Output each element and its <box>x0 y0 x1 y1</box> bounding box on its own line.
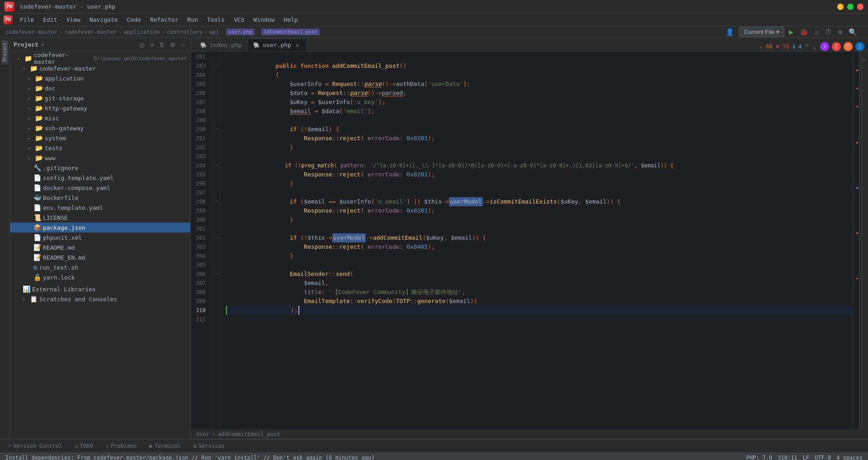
project-tab[interactable]: Project <box>1 40 8 64</box>
coverage-icon[interactable]: ☑ <box>813 27 821 37</box>
status-lf[interactable]: LF <box>803 455 809 460</box>
status-encoding[interactable]: UTF-8 <box>815 455 831 460</box>
menu-vcs[interactable]: VCS <box>230 15 248 24</box>
right-panel-icon[interactable]: ◁ <box>862 58 867 61</box>
tab-close-user[interactable]: × <box>294 42 301 49</box>
status-indent[interactable]: 4 spaces <box>836 455 863 460</box>
fold-293 <box>213 151 220 160</box>
line-287: $uKey = $userInfo['u_key']; <box>226 98 853 107</box>
breadcrumb-root[interactable]: codefever-master <box>5 29 58 35</box>
profile-icon[interactable]: 👤 <box>724 27 736 37</box>
tree-item-system[interactable]: ▸ 📂 system <box>10 133 190 143</box>
editor-tabs: 🐘 index.php 🐘 user.php × ⚠ 60 ✖ 76 ℹ 4 ⌃… <box>191 38 868 52</box>
tree-item-ssh-gateway[interactable]: ▸ 📂 ssh-gateway <box>10 123 190 133</box>
menu-help[interactable]: Help <box>280 15 302 24</box>
status-left: Install dependencies: From codefever-mas… <box>5 455 374 460</box>
tree-item-application[interactable]: ▸ 📂 application <box>10 73 190 83</box>
collapse-icon[interactable]: ⌄ <box>813 43 816 50</box>
menu-edit[interactable]: Edit <box>39 15 61 24</box>
folder-icon-git: 📂 <box>35 95 43 102</box>
sidebar-settings-btn[interactable]: ⚙ <box>168 40 178 49</box>
breadcrumb-api[interactable]: api <box>209 29 219 35</box>
settings-icon[interactable]: ⚙ <box>836 27 844 37</box>
expand-icon[interactable]: ⌃ <box>805 43 809 50</box>
folder-icon-www: 📂 <box>35 154 43 161</box>
tree-item-config-yaml[interactable]: 📄 config.template.yaml <box>10 173 190 183</box>
tree-arrow-http: ▸ <box>28 106 33 111</box>
menu-navigate[interactable]: Navigate <box>86 15 122 24</box>
breadcrumb-application[interactable]: application <box>124 29 160 35</box>
tree-item-http-gateway[interactable]: ▸ 📂 http-gateway <box>10 103 190 113</box>
breadcrumb-controllers[interactable]: controllers <box>166 29 202 35</box>
tree-item-docker-compose[interactable]: 📄 docker-compose.yaml <box>10 183 190 193</box>
menu-tools[interactable]: Tools <box>203 15 228 24</box>
chrome-icon[interactable]: C <box>832 42 841 51</box>
safari-icon[interactable]: S <box>855 42 864 51</box>
menu-code[interactable]: Code <box>123 15 145 24</box>
search-icon[interactable]: 🔍 <box>847 27 859 37</box>
tree-item-codefever-master[interactable]: ▾ 📁 codefever-master <box>10 63 190 73</box>
sidebar-header: Project ▾ ◎ ≡ ⇅ ⚙ − <box>10 38 190 52</box>
tree-item-root[interactable]: ▾ 📁 codefever-master D:\youyou_pm10\code… <box>10 53 190 63</box>
tree-item-package-json[interactable]: 📦 package.json <box>10 223 190 232</box>
fold-283[interactable]: − <box>213 61 220 70</box>
tree-item-yarn-lock[interactable]: 🔒 yarn.lock <box>10 272 190 282</box>
menu-run[interactable]: Run <box>184 15 202 24</box>
file-icon-license: 📜 <box>33 214 41 221</box>
breadcrumb-master[interactable]: codefever-master <box>65 29 117 35</box>
status-php-version[interactable]: PHP: 7.0 <box>746 455 772 460</box>
tree-item-tests[interactable]: ▸ 📂 tests <box>10 143 190 153</box>
menu-file[interactable]: File <box>16 15 38 24</box>
tree-item-dockerfile[interactable]: 🐳 Dockerfile <box>10 193 190 203</box>
profile2-icon[interactable]: ⏱ <box>823 27 834 37</box>
breadcrumb-method[interactable]: ldCommitEmail_post <box>261 28 320 35</box>
tree-item-gitignore[interactable]: 🔧 .gitignore <box>10 163 190 173</box>
line-291: Response::reject( errorCode: 0x0201); <box>226 134 853 143</box>
function-breadcrumb: User › addCommitEmail_post <box>191 429 868 439</box>
problems-tab[interactable]: ⚠ Problems <box>103 442 140 450</box>
tree-item-license[interactable]: 📜 LICENSE <box>10 213 190 223</box>
minimize-button[interactable] <box>837 4 844 10</box>
tree-item-run-test[interactable]: ⚙ run_test.sh <box>10 262 190 272</box>
services-tab[interactable]: ⚙ Services <box>191 442 227 450</box>
status-message[interactable]: Install dependencies: From codefever-mas… <box>5 455 374 460</box>
tree-item-env-yaml[interactable]: 📄 env.template.yaml <box>10 203 190 213</box>
services-icon: ⚙ <box>193 443 197 449</box>
tree-item-scratches[interactable]: ▸ 📋 Scratches and Consoles <box>10 294 190 304</box>
menu-window[interactable]: Window <box>250 15 278 24</box>
close-button[interactable] <box>857 4 863 10</box>
tree-item-www[interactable]: ▸ 📂 www <box>10 153 190 163</box>
scroll-marker-7 <box>856 278 858 279</box>
sidebar-collapse-btn[interactable]: ≡ <box>148 40 156 49</box>
current-file-button[interactable]: Current File ▾ <box>739 27 784 37</box>
version-control-tab[interactable]: ⚡ Version Control <box>5 442 65 450</box>
fold-311 <box>213 314 220 323</box>
scroll-marker-4 <box>856 142 858 143</box>
line-310: ); <box>226 306 853 315</box>
sidebar-hide-btn[interactable]: − <box>179 40 187 49</box>
firefox-icon[interactable]: F <box>844 42 853 51</box>
breadcrumb-file[interactable]: user.php <box>226 28 255 35</box>
status-line-col[interactable]: 310:11 <box>778 455 797 460</box>
code-editor[interactable]: public function addCommitEmail_post() { … <box>221 52 853 429</box>
tree-item-readme-en[interactable]: 📝 README_EN.md <box>10 252 190 262</box>
debug-icon[interactable]: 🐞 <box>798 27 810 37</box>
tab-user-php[interactable]: 🐘 user.php × <box>247 38 307 51</box>
tab-index-php[interactable]: 🐘 index.php <box>194 38 247 51</box>
terminal-tab[interactable]: ▶ Terminal <box>147 442 184 450</box>
tree-item-ext-libs[interactable]: 📊 External Libraries <box>10 284 190 294</box>
todo-tab[interactable]: ☑ TODO <box>72 442 96 450</box>
sidebar-locate-btn[interactable]: ◎ <box>137 40 146 49</box>
maximize-button[interactable] <box>847 4 854 10</box>
menu-view[interactable]: View <box>63 15 84 24</box>
tree-item-readme[interactable]: 📝 README.md <box>10 242 190 252</box>
tree-item-phpunit[interactable]: 📄 phpunit.xml <box>10 232 190 242</box>
tree-item-misc[interactable]: ▸ 📂 misc <box>10 113 190 123</box>
run-config-icon[interactable]: ▶ <box>787 27 795 37</box>
sidebar-sort-btn[interactable]: ⇅ <box>157 40 166 49</box>
phpstorm-icon[interactable]: ⚡ <box>820 42 829 51</box>
tree-arrow-www: ▸ <box>28 156 33 161</box>
tree-item-doc[interactable]: ▸ 📂 doc <box>10 83 190 93</box>
tree-item-git-storage[interactable]: ▸ 📂 git-storage <box>10 93 190 103</box>
menu-refactor[interactable]: Refactor <box>146 15 182 24</box>
